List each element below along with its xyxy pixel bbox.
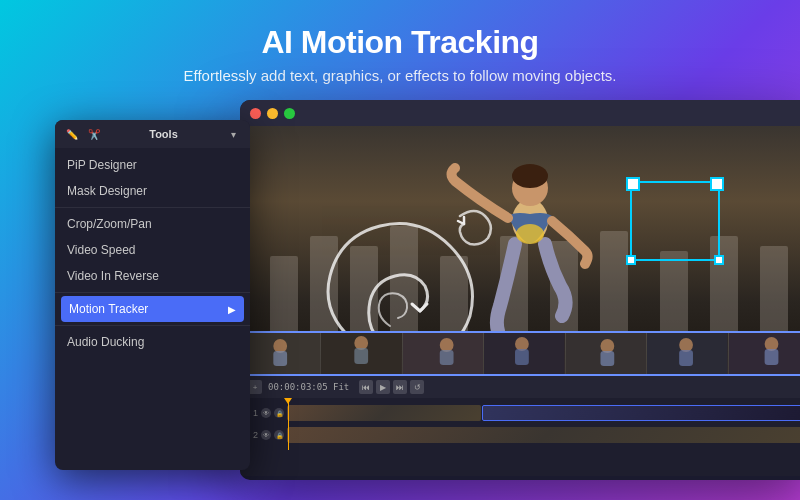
svg-point-8 [355,336,369,350]
svg-point-17 [600,339,614,353]
film-frame-4 [484,331,565,376]
film-frame-7 [729,331,800,376]
menu-item-mask[interactable]: Mask Designer [55,178,250,204]
track-row-1: 1 👁 🔒 [240,402,800,424]
menu-item-speed[interactable]: Video Speed [55,237,250,263]
track-eye-2[interactable]: 👁 [261,430,271,440]
tools-panel: ✏️ ✂️ Tools ▾ PiP Designer Mask Designer… [55,120,250,470]
track-bar-2 [287,427,800,443]
skip-back-btn[interactable]: ⏮ [359,380,373,394]
timeline-add-btn[interactable]: + [248,380,262,394]
title-bar [240,100,800,126]
film-frame-6 [647,331,728,376]
editor-window: + 00:00:03:05 Fit ⏮ ▶ ⏭ ↺ 1 👁 🔒 [240,100,800,480]
film-frame-5 [566,331,647,376]
menu-item-reverse[interactable]: Video In Reverse [55,263,250,289]
track-row-2: 2 👁 🔒 [240,424,800,446]
menu-divider-2 [55,292,250,293]
menu-divider-1 [55,207,250,208]
video-preview [240,126,800,376]
menu-item-pip[interactable]: PiP Designer [55,152,250,178]
cursor-tool-btn[interactable]: ✂️ [85,125,103,143]
panel-toolbar: ✏️ ✂️ Tools ▾ [55,120,250,148]
menu-divider-3 [55,325,250,326]
track-thumb-2a [287,427,800,443]
tools-panel-label: Tools [107,128,220,140]
maximize-button[interactable] [284,108,295,119]
track-lock-2[interactable]: 🔒 [274,430,284,440]
page-header: AI Motion Tracking Effortlessly add text… [0,0,800,92]
film-frame-3 [403,331,484,376]
track-lock-1[interactable]: 🔒 [274,408,284,418]
svg-rect-18 [600,351,614,366]
minimize-button[interactable] [267,108,278,119]
svg-point-2 [512,164,548,188]
menu-item-audio[interactable]: Audio Ducking [55,329,250,355]
svg-point-20 [679,338,693,352]
timeline-tracks: 1 👁 🔒 2 👁 🔒 [240,398,800,450]
timecode-display: 00:00:03:05 Fit [268,382,349,392]
svg-point-5 [273,339,287,353]
motion-tracker-label: Motion Tracker [69,302,148,316]
tracking-box [630,181,720,261]
filmstrip [240,331,800,376]
page-subtitle: Effortlessly add text, graphics, or effe… [0,67,800,84]
svg-rect-9 [355,348,369,364]
track-thumb-1a [287,405,481,421]
menu-item-crop[interactable]: Crop/Zoom/Pan [55,211,250,237]
timeline-area: + 00:00:03:05 Fit ⏮ ▶ ⏭ ↺ 1 👁 🔒 [240,376,800,476]
panel-menu: PiP Designer Mask Designer Crop/Zoom/Pan… [55,148,250,359]
loop-btn[interactable]: ↺ [410,380,424,394]
timeline-toolbar: + 00:00:03:05 Fit ⏮ ▶ ⏭ ↺ [240,376,800,398]
track-bar-1 [287,405,800,421]
svg-rect-21 [679,350,693,366]
svg-rect-15 [515,349,529,365]
svg-point-11 [440,338,454,352]
film-frame-1 [240,331,321,376]
active-item-arrow: ▶ [228,304,236,315]
page-title: AI Motion Tracking [0,24,800,61]
track-thumb-1b [482,405,801,421]
svg-rect-24 [764,349,778,365]
svg-rect-6 [273,351,287,366]
svg-rect-12 [440,350,454,365]
film-frame-2 [321,331,402,376]
close-button[interactable] [250,108,261,119]
svg-point-14 [515,337,529,351]
play-btn[interactable]: ▶ [376,380,390,394]
pencil-tool-btn[interactable]: ✏️ [63,125,81,143]
skip-forward-btn[interactable]: ⏭ [393,380,407,394]
menu-item-motion-tracker[interactable]: Motion Tracker ▶ [61,296,244,322]
svg-point-23 [764,337,778,351]
tools-chevron-btn[interactable]: ▾ [224,125,242,143]
track-eye-1[interactable]: 👁 [261,408,271,418]
